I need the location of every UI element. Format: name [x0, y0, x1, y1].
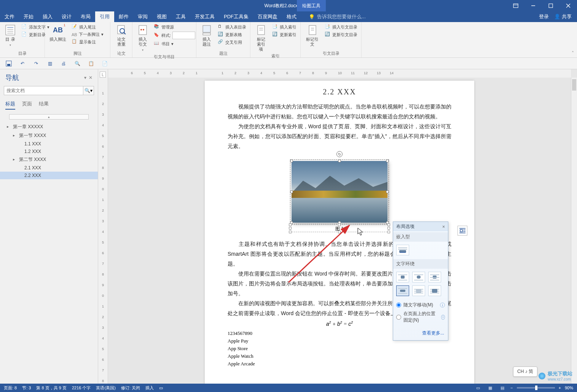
text-line[interactable]: App Store: [228, 345, 451, 352]
contextual-tab-drawingtools[interactable]: 绘图工具: [297, 0, 326, 11]
insert-authorities-button[interactable]: 📑插入引文目录: [323, 23, 359, 31]
wrap-through-option[interactable]: [428, 272, 441, 282]
maximize-button[interactable]: [542, 0, 559, 11]
see-more-link[interactable]: 查看更多...: [422, 330, 444, 336]
ribbon-display-options-icon[interactable]: [507, 0, 524, 11]
radio-input[interactable]: [396, 315, 401, 320]
insert-caption-button[interactable]: 插入题注: [199, 23, 215, 48]
tab-format[interactable]: 格式: [282, 11, 301, 22]
info-icon[interactable]: i: [441, 315, 445, 320]
status-insert-mode[interactable]: 插入: [145, 385, 154, 391]
status-page-of[interactable]: 第 8 页，共 9 页: [36, 385, 66, 391]
status-page[interactable]: 页面: 8: [4, 385, 17, 391]
status-language[interactable]: 英语(美国): [96, 385, 115, 391]
citation-style-combo[interactable]: 🔖样式:: [152, 31, 197, 40]
nav-dropdown-icon[interactable]: ▾: [84, 75, 86, 80]
resize-handle[interactable]: [290, 190, 293, 193]
tab-layout[interactable]: 布局: [76, 11, 95, 22]
wrap-topbottom-option[interactable]: [396, 285, 409, 296]
resize-handle[interactable]: [386, 159, 389, 163]
paragraph[interactable]: 视频提供了功能强大的方法帮助您证明您的观点。当您单击联机视频时，可以在想要添加的…: [228, 102, 451, 121]
zoom-percent[interactable]: 90%: [565, 386, 573, 390]
status-word-count[interactable]: 2216 个字: [72, 385, 91, 391]
insert-footnote-button[interactable]: AB1 插入脚注: [47, 23, 69, 43]
resize-handle[interactable]: [386, 190, 389, 193]
nav-item[interactable]: ▸第二节 XXXX: [0, 155, 98, 164]
resize-handle[interactable]: [338, 159, 341, 163]
search-input[interactable]: [4, 86, 83, 95]
resize-handle[interactable]: [290, 159, 293, 163]
save-icon[interactable]: [5, 60, 12, 67]
text-line[interactable]: Apple Watch: [228, 352, 451, 360]
zoom-knob[interactable]: [535, 386, 537, 390]
nav-item-selected[interactable]: 2.2 XXX: [0, 172, 98, 179]
zoom-out-icon[interactable]: −: [510, 386, 513, 390]
horizontal-ruler[interactable]: 6543211234567891011121314: [108, 69, 571, 78]
nav-close-icon[interactable]: ✕: [89, 75, 92, 80]
minimize-button[interactable]: [524, 0, 542, 11]
tab-mailings[interactable]: 邮件: [114, 11, 133, 22]
tell-me-search[interactable]: 💡 告诉我您想要做什么...: [309, 11, 366, 22]
nav-item[interactable]: 1.1 XXX: [0, 140, 98, 148]
popup-close-icon[interactable]: ×: [442, 224, 445, 229]
nav-tab-results[interactable]: 结果: [39, 100, 49, 110]
update-table-button[interactable]: 🔄更新表格: [216, 31, 248, 38]
zoom-slider[interactable]: [517, 387, 555, 389]
tab-baidudisk[interactable]: 百度网盘: [253, 11, 282, 22]
undo-icon[interactable]: ↶: [19, 60, 26, 67]
new-doc-icon[interactable]: 📄: [101, 60, 108, 67]
insert-citation-button[interactable]: 插入引文▾: [135, 23, 151, 53]
style-dropdown[interactable]: [172, 32, 195, 39]
close-button[interactable]: [559, 0, 577, 11]
status-track-changes[interactable]: 修订: 关闭: [121, 385, 140, 391]
wrap-tight-option[interactable]: [412, 272, 425, 282]
nav-item[interactable]: ▸第一章 XXXXX: [0, 123, 98, 131]
fix-on-page-radio[interactable]: 在页面上的位置固定(N)i: [396, 309, 445, 325]
update-authorities-button[interactable]: 🔄更新引文目录: [323, 31, 359, 38]
tab-tools[interactable]: 工具: [171, 11, 190, 22]
status-macro-icon[interactable]: ▭: [159, 386, 163, 390]
print-preview-icon[interactable]: 🔍: [74, 60, 81, 67]
wrap-square-option[interactable]: [396, 272, 409, 282]
tab-references[interactable]: 引用: [95, 11, 114, 22]
nav-item[interactable]: 1.2 XXX: [0, 148, 98, 155]
inserted-picture[interactable]: [292, 161, 387, 223]
ime-indicator[interactable]: CH ♪ 简: [513, 367, 537, 377]
move-with-text-radio[interactable]: 随文字移动(M)i: [396, 301, 445, 309]
tab-view[interactable]: 视图: [152, 11, 171, 22]
view-web-icon[interactable]: ▤: [498, 385, 507, 391]
vertical-scrollbar[interactable]: [571, 78, 577, 384]
paragraph[interactable]: 为使您的文档具有专业外观，Word 提供了页眉、页脚、封面和文本框设计，这些设计…: [228, 121, 451, 151]
mark-entry-button[interactable]: 标记 索引项: [253, 23, 269, 53]
status-section[interactable]: 节: 3: [22, 385, 31, 391]
nav-collapse-bar[interactable]: ▴: [9, 114, 89, 120]
update-index-button[interactable]: 🔄更新索引: [271, 31, 298, 38]
manage-sources-button[interactable]: 📚管理源: [152, 23, 197, 31]
print-icon[interactable]: 🖨: [60, 60, 67, 67]
scrollbar-thumb[interactable]: [572, 79, 576, 91]
zoom-in-icon[interactable]: +: [559, 386, 561, 390]
tab-file[interactable]: 文件: [0, 11, 19, 22]
nav-tab-headings[interactable]: 标题: [5, 100, 15, 110]
tab-home[interactable]: 开始: [19, 11, 38, 22]
tab-developer[interactable]: 开发工具: [190, 11, 219, 22]
nav-item[interactable]: 2.1 XXX: [0, 164, 98, 172]
insert-endnote-button[interactable]: 📝插入尾注: [70, 23, 105, 31]
tab-review[interactable]: 审阅: [133, 11, 152, 22]
vertical-ruler[interactable]: L 123456789012345678901234567890: [98, 69, 108, 384]
show-notes-button[interactable]: 📋显示备注: [70, 38, 105, 46]
tab-selector[interactable]: L: [100, 72, 106, 78]
share-button[interactable]: 👤 共享: [554, 13, 572, 20]
rotate-handle-icon[interactable]: [336, 151, 343, 157]
info-icon[interactable]: i: [440, 303, 445, 308]
tab-pdftools[interactable]: PDF工具集: [219, 11, 253, 22]
toc-button[interactable]: 目 录▾: [2, 23, 18, 48]
view-print-icon[interactable]: ▦: [486, 385, 494, 391]
columns-icon[interactable]: ▥: [46, 60, 53, 67]
nav-item[interactable]: ▸第一节 XXXX: [0, 131, 98, 140]
layout-options-anchor-button[interactable]: [457, 226, 467, 236]
search-go-button[interactable]: 🔍▾: [83, 86, 94, 95]
view-read-icon[interactable]: ▭: [474, 385, 482, 391]
document-canvas[interactable]: 2.2 XXX 视频提供了功能强大的方法帮助您证明您的观点。当您单击联机视频时，…: [108, 78, 571, 384]
account-login[interactable]: 登录: [539, 13, 549, 20]
